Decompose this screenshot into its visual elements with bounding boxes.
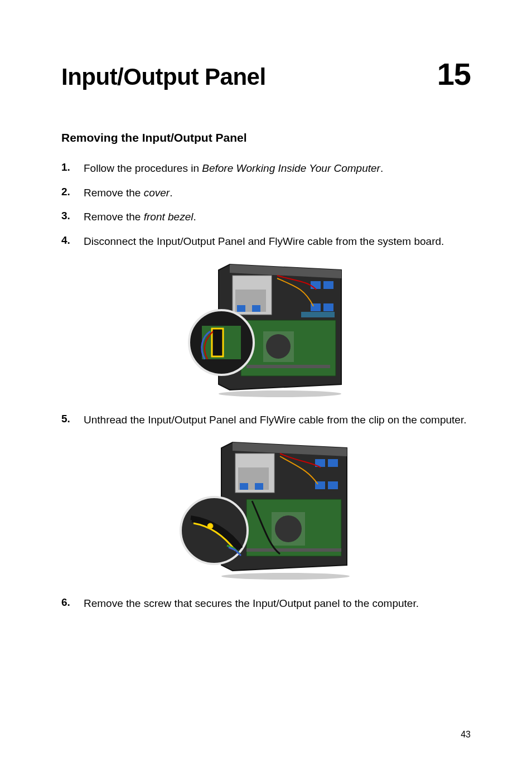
step-4: 4. Disconnect the Input/Output Panel and… [61, 234, 471, 249]
step-body: Unthread the Input/Output Panel and FlyW… [84, 413, 471, 427]
step-prefix: Unthread the Input/Output Panel and FlyW… [84, 414, 467, 426]
step-em: cover [144, 187, 170, 199]
svg-rect-24 [255, 483, 263, 490]
step-body: Remove the front bezel. [84, 210, 471, 224]
page-number: 43 [461, 730, 471, 740]
figure-step-4 [61, 259, 471, 401]
svg-rect-4 [237, 305, 245, 312]
svg-point-34 [207, 523, 213, 529]
step-prefix: Remove the [84, 187, 144, 199]
step-body: Follow the procedures in Before Working … [84, 161, 471, 176]
step-marker: 4. [61, 234, 84, 249]
chapter-number: 15 [437, 56, 471, 92]
step-suffix: . [380, 162, 383, 174]
step-marker: 5. [61, 413, 84, 427]
step-5: 5. Unthread the Input/Output Panel and F… [61, 413, 471, 427]
step-6: 6. Remove the screw that secures the Inp… [61, 596, 471, 611]
svg-rect-28 [328, 481, 338, 489]
svg-point-31 [275, 515, 302, 542]
step-em: front bezel [144, 211, 194, 223]
step-marker: 1. [61, 161, 84, 176]
svg-point-18 [219, 390, 341, 397]
svg-rect-5 [252, 305, 260, 312]
step-marker: 6. [61, 596, 84, 611]
step-body: Remove the screw that secures the Input/… [84, 596, 471, 611]
svg-rect-32 [246, 548, 341, 552]
svg-rect-26 [328, 459, 338, 467]
step-2: 2. Remove the cover. [61, 186, 471, 200]
chapter-title: Input/Output Panel [61, 64, 266, 90]
step-suffix: . [193, 211, 196, 223]
figure-step-5 [61, 437, 471, 584]
svg-rect-14 [246, 365, 330, 368]
step-prefix: Remove the screw that secures the Input/… [84, 597, 419, 609]
chapter-header: Input/Output Panel 15 [61, 56, 471, 92]
step-marker: 3. [61, 210, 84, 224]
svg-rect-23 [240, 483, 248, 490]
svg-rect-9 [323, 303, 333, 311]
step-1: 1. Follow the procedures in Before Worki… [61, 161, 471, 176]
step-body: Disconnect the Input/Output Panel and Fl… [84, 234, 471, 249]
svg-point-35 [221, 573, 350, 580]
section-heading: Removing the Input/Output Panel [61, 131, 471, 144]
svg-point-12 [266, 334, 291, 359]
step-prefix: Remove the [84, 211, 144, 223]
svg-rect-13 [301, 312, 335, 317]
step-body: Remove the cover. [84, 186, 471, 200]
step-suffix: . [170, 187, 172, 199]
svg-rect-17 [212, 329, 223, 356]
step-prefix: Disconnect the Input/Output Panel and Fl… [84, 235, 444, 247]
step-marker: 2. [61, 186, 84, 200]
svg-rect-6 [311, 281, 321, 289]
computer-internals-illustration [185, 259, 347, 398]
step-em: Before Working Inside Your Computer [202, 162, 380, 174]
step-3: 3. Remove the front bezel. [61, 210, 471, 224]
svg-rect-7 [323, 281, 333, 289]
computer-internals-illustration [180, 437, 352, 582]
step-prefix: Follow the procedures in [84, 162, 202, 174]
